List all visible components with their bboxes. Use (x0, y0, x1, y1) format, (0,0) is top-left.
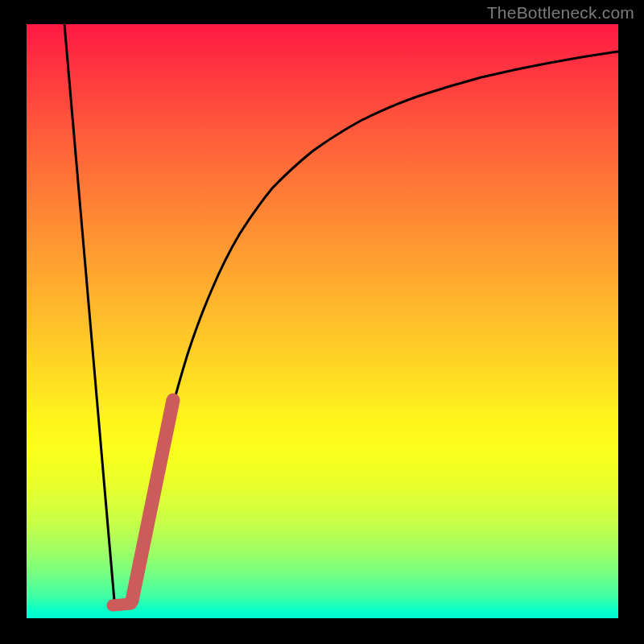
chart-frame: TheBottleneck.com (0, 0, 644, 644)
marker-stroke (132, 400, 173, 601)
watermark-label: TheBottleneck.com (487, 3, 634, 23)
curve-right-ascent (131, 52, 618, 605)
marker-stroke-base (113, 604, 131, 605)
curve-left-descent (64, 24, 114, 601)
plot-area (27, 24, 618, 618)
chart-svg (27, 24, 618, 618)
